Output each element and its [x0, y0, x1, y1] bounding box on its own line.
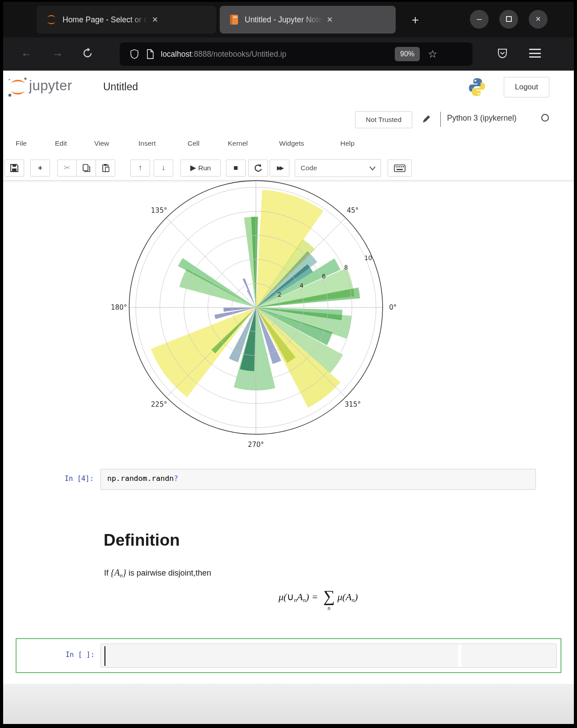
jupyter-favicon [46, 14, 57, 25]
menu-insert[interactable]: Insert [138, 139, 156, 147]
tab-untitled-notebook[interactable]: Untitled - Jupyter Note × [220, 6, 396, 34]
menu-file[interactable]: File [16, 139, 27, 147]
page-info-icon[interactable] [146, 49, 155, 59]
window-maximize-button[interactable] [499, 10, 518, 29]
move-cell-down-button[interactable]: ↓ [154, 160, 173, 177]
back-icon[interactable]: ← [21, 46, 32, 59]
browser-tab-bar: Home Page - Select or c × Untitled - Jup… [3, 2, 574, 38]
restart-kernel-button[interactable] [248, 160, 268, 177]
polar-bar [180, 269, 256, 307]
selected-empty-cell[interactable]: In [ ]: [16, 638, 561, 673]
kernel-idle-indicator-icon [541, 114, 549, 122]
code-input-area[interactable]: np.random.randn? [100, 469, 536, 490]
url-bar[interactable]: localhost:8888/notebooks/Untitled.ip 90%… [120, 42, 472, 66]
svg-text:135°: 135° [151, 206, 167, 215]
notebook-title[interactable]: Untitled [103, 81, 138, 93]
menu-kernel[interactable]: Kernel [228, 139, 248, 147]
page-end-background [3, 684, 574, 724]
url-text[interactable]: localhost:8888/notebooks/Untitled.ip [161, 50, 393, 59]
run-cell-button[interactable]: ▶ Run [180, 160, 221, 177]
paste-icon [101, 164, 110, 173]
save-icon [10, 164, 19, 173]
tab-title: Home Page - Select or c [63, 15, 148, 24]
polar-bar-chart: 0°45°135°180°225°270°315°246810 [109, 179, 403, 463]
union-symbol: ∪ [287, 591, 294, 602]
pocket-icon[interactable] [497, 47, 508, 60]
reload-icon[interactable] [82, 47, 93, 59]
copy-cell-button[interactable] [76, 160, 96, 177]
jupyter-logo-text[interactable]: jupyter [29, 78, 72, 94]
url-host: localhost [161, 50, 192, 59]
zoom-level-badge[interactable]: 90% [395, 47, 420, 61]
browser-window: Home Page - Select or c × Untitled - Jup… [3, 2, 574, 724]
svg-text:4: 4 [300, 282, 304, 289]
hamburger-menu-icon[interactable] [529, 49, 541, 58]
maximize-icon [506, 16, 512, 22]
notebook-menubar: File Edit View Insert Cell Kernel Widget… [3, 133, 574, 155]
notebook-favicon [229, 14, 239, 25]
cut-cell-button[interactable]: ✂ [57, 160, 77, 177]
cell-type-select[interactable]: Code [295, 159, 381, 177]
cell-prompt: In [ ]: [4, 651, 95, 659]
svg-text:2: 2 [277, 291, 281, 298]
window-close-button[interactable]: × [529, 10, 548, 29]
svg-text:225°: 225° [151, 400, 167, 408]
restart-icon [254, 164, 263, 173]
move-up-icon: ↑ [131, 160, 150, 176]
menu-cell[interactable]: Cell [188, 139, 200, 147]
python-logo [467, 76, 487, 98]
menu-view[interactable]: View [94, 139, 109, 147]
trust-status-badge[interactable]: Not Trusted [355, 111, 412, 128]
cut-icon: ✂ [58, 160, 76, 176]
svg-text:0°: 0° [389, 303, 397, 311]
new-tab-button[interactable]: + [406, 12, 424, 29]
tab-close-icon[interactable]: × [152, 15, 158, 25]
tab-close-icon[interactable]: × [327, 15, 333, 25]
svg-text:270°: 270° [248, 441, 264, 449]
text-cursor [105, 646, 105, 666]
interrupt-kernel-button[interactable]: ■ [226, 160, 246, 177]
menu-widgets[interactable]: Widgets [279, 139, 304, 147]
code-question-mark: ? [174, 474, 178, 483]
run-label: Run [198, 164, 211, 172]
copy-icon [82, 164, 91, 173]
markdown-formula: μ(∪nAn) = ∑nμ(An) [100, 588, 536, 611]
forward-icon[interactable]: → [52, 46, 63, 59]
logout-button[interactable]: Logout [504, 77, 549, 97]
code-text: np.random.randn? [101, 469, 535, 483]
command-palette-button[interactable] [388, 160, 412, 177]
markdown-paragraph: If {An} is pairwise disjoint,then [104, 568, 211, 579]
svg-text:45°: 45° [347, 206, 359, 215]
save-button[interactable] [4, 160, 24, 177]
stop-icon: ■ [226, 160, 245, 176]
cell-prompt: In [4]: [3, 475, 94, 483]
svg-text:315°: 315° [345, 400, 361, 408]
fast-forward-icon: ▶▶ [270, 160, 289, 176]
summation-symbol: ∑n [323, 588, 335, 611]
browser-navbar: ← → localhost:8888/notebooks/Untitled.ip… [3, 38, 574, 71]
notebook-content: 0°45°135°180°225°270°315°246810 In [4]: … [3, 180, 574, 684]
chevron-down-icon [369, 166, 376, 171]
notebook-toolbar: + ✂ ↑ ↓ ▶ Run ■ ▶▶ [3, 155, 574, 180]
editor-gutter-divider [458, 644, 461, 667]
divider [440, 112, 441, 127]
restart-run-all-button[interactable]: ▶▶ [270, 160, 289, 177]
shield-permissions-icon[interactable] [130, 49, 139, 59]
svg-text:10: 10 [364, 254, 372, 261]
empty-code-input-area[interactable] [100, 644, 557, 668]
tab-home-page[interactable]: Home Page - Select or c × [37, 6, 216, 34]
paste-cell-button[interactable] [96, 160, 115, 177]
menu-help[interactable]: Help [340, 139, 355, 147]
notebook-status-row: Not Trusted Python 3 (ipykernel) [3, 105, 574, 133]
jupyter-logo[interactable] [7, 75, 29, 99]
move-cell-up-button[interactable]: ↑ [130, 160, 150, 177]
window-minimize-button[interactable]: – [470, 10, 489, 29]
bookmark-star-icon[interactable]: ☆ [428, 48, 438, 60]
run-icon: ▶ [190, 164, 196, 172]
polar-chart-output: 0°45°135°180°225°270°315°246810 [109, 179, 403, 463]
url-path: :8888/notebooks/Untitled.ip [192, 50, 286, 59]
menu-edit[interactable]: Edit [55, 139, 67, 147]
add-cell-button[interactable]: + [30, 160, 50, 177]
tab-title: Untitled - Jupyter Note [245, 15, 322, 24]
svg-text:180°: 180° [111, 303, 127, 311]
